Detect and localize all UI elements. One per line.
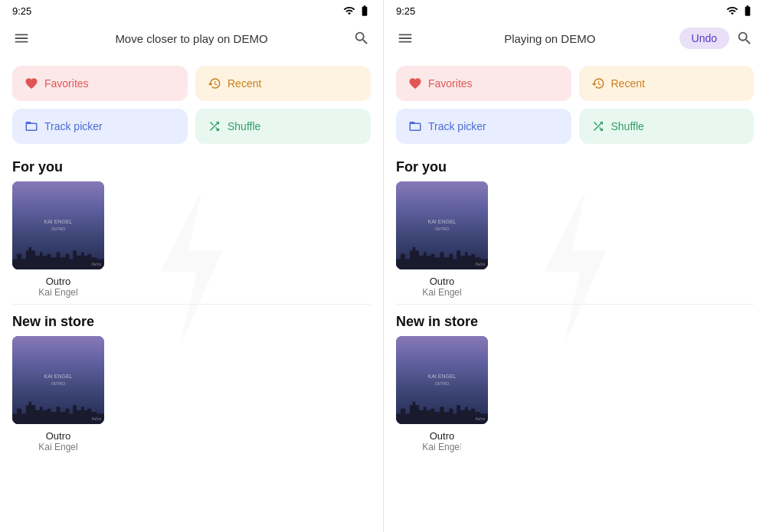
undo-button[interactable]: Undo	[679, 28, 729, 49]
trackpicker-button-left[interactable]: Track picker	[12, 109, 188, 144]
panel-right: 9:25 Playing on DEMO Undo Favorites Rece…	[383, 0, 766, 532]
header-title-right: Playing on DEMO	[421, 32, 679, 45]
track-artist-for-you-right: Kai Engel	[422, 287, 461, 298]
track-name-new-store-left: Outro	[46, 430, 71, 442]
album-art-for-you-right: KAI ENGELOUTRO fo/ro	[396, 181, 488, 269]
trackpicker-label-left: Track picker	[44, 120, 103, 132]
status-icons-left	[343, 5, 371, 17]
track-artist-new-store-right: Kai Engel	[422, 442, 461, 452]
time-right: 9:25	[396, 5, 415, 17]
recent-label-right: Recent	[611, 77, 645, 90]
search-button-right[interactable]	[729, 23, 760, 54]
trackpicker-label-right: Track picker	[428, 120, 486, 132]
menu-button-right[interactable]	[390, 23, 421, 54]
battery-icon-right	[741, 5, 754, 17]
shuffle-button-right[interactable]: Shuffle	[579, 109, 755, 144]
recent-label-left: Recent	[228, 77, 261, 90]
favorites-button-right[interactable]: Favorites	[396, 66, 571, 101]
shuffle-label-right: Shuffle	[611, 120, 644, 132]
panel-left: 9:25 Move closer to play on DEMO Favorit…	[0, 0, 383, 532]
favorites-label-right: Favorites	[428, 77, 473, 90]
wifi-icon	[343, 5, 355, 17]
time-left: 9:25	[12, 5, 31, 17]
toolbar-left: Move closer to play on DEMO	[0, 20, 383, 60]
track-name-new-store-right: Outro	[430, 430, 455, 442]
shuffle-button-left[interactable]: Shuffle	[195, 109, 371, 144]
recent-button-right[interactable]: Recent	[579, 66, 755, 101]
status-bar-left: 9:25	[0, 0, 383, 20]
for-you-title-left: For you	[0, 150, 383, 181]
track-name-for-you-right: Outro	[430, 276, 455, 287]
recent-button-left[interactable]: Recent	[195, 66, 371, 101]
album-art-new-store-right: KAI ENGELOUTRO fo/ro	[396, 336, 488, 424]
favorites-button-left[interactable]: Favorites	[12, 66, 188, 101]
menu-button-left[interactable]	[6, 23, 37, 54]
track-artist-new-store-left: Kai Engel	[38, 442, 77, 452]
content-left: For you KAI ENGELOUTRO fo/ro Outro Kai E…	[0, 150, 383, 532]
content-right: For you KAI ENGELOUTRO fo/ro Outro Kai E…	[384, 150, 766, 532]
search-button-left[interactable]	[346, 23, 377, 54]
new-store-title-left: New in store	[0, 305, 383, 336]
wifi-icon-right	[726, 5, 738, 17]
battery-icon	[358, 5, 371, 17]
for-you-title-right: For you	[384, 150, 766, 181]
trackpicker-button-right[interactable]: Track picker	[396, 109, 571, 144]
shuffle-label-left: Shuffle	[228, 120, 260, 132]
new-store-card-right[interactable]: KAI ENGELOUTRO fo/ro Outro Kai Engel	[396, 336, 488, 452]
for-you-card-right[interactable]: KAI ENGELOUTRO fo/ro Outro Kai Engel	[396, 181, 488, 298]
status-icons-right	[726, 5, 754, 17]
toolbar-right: Playing on DEMO Undo	[384, 20, 766, 60]
header-title-left: Move closer to play on DEMO	[37, 32, 346, 45]
album-art-for-you-left: KAI ENGELOUTRO fo/ro	[12, 181, 104, 269]
for-you-card-left[interactable]: KAI ENGELOUTRO fo/ro Outro Kai Engel	[12, 181, 104, 298]
track-name-for-you-left: Outro	[46, 276, 71, 287]
favorites-label-left: Favorites	[44, 77, 89, 90]
grid-buttons-left: Favorites Recent Track picker Shuffle	[0, 60, 383, 150]
status-bar-right: 9:25	[384, 0, 766, 20]
album-art-new-store-left: KAI ENGELOUTRO fo/ro	[12, 336, 104, 424]
new-store-title-right: New in store	[384, 305, 766, 336]
track-artist-for-you-left: Kai Engel	[38, 287, 77, 298]
grid-buttons-right: Favorites Recent Track picker Shuffle	[384, 60, 766, 150]
new-store-card-left[interactable]: KAI ENGELOUTRO fo/ro Outro Kai Engel	[12, 336, 104, 452]
